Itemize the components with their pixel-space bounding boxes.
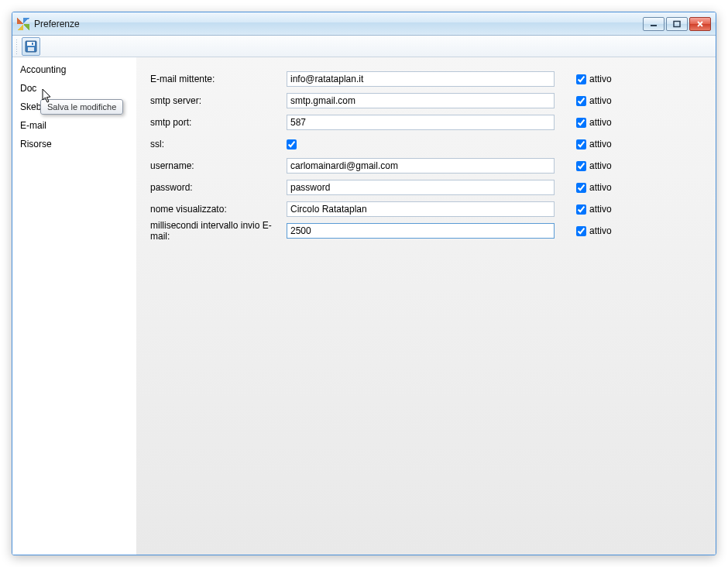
sidebar-item-accounting[interactable]: Accounting [12, 60, 136, 79]
form-label: ssl: [150, 139, 287, 149]
form-input[interactable] [287, 93, 555, 108]
form-input[interactable] [287, 201, 555, 217]
svg-rect-5 [32, 43, 33, 45]
app-icon [17, 18, 29, 30]
sidebar: Accounting Doc Skebby E-mail Risorse [12, 57, 136, 555]
save-icon [25, 40, 37, 53]
attivo-checkbox[interactable] [576, 161, 586, 171]
form-row: password:attivo [150, 177, 702, 198]
attivo-label: attivo [589, 117, 612, 128]
attivo-checkbox-wrapper[interactable]: attivo [576, 160, 612, 171]
form-label: username: [150, 160, 287, 171]
attivo-checkbox-wrapper[interactable]: attivo [576, 139, 612, 149]
svg-rect-4 [28, 47, 34, 51]
minimize-icon [649, 20, 658, 28]
form-row: ssl:attivo [150, 133, 702, 155]
attivo-checkbox[interactable] [576, 96, 586, 106]
form-input[interactable] [287, 180, 555, 195]
form-input[interactable] [287, 71, 555, 87]
attivo-label: attivo [589, 139, 612, 149]
attivo-checkbox-wrapper[interactable]: attivo [576, 182, 612, 193]
window-title: Preferenze [34, 19, 643, 29]
attivo-label: attivo [589, 74, 612, 84]
form-row: nome visualizzato:attivo [150, 198, 702, 220]
attivo-label: attivo [589, 95, 612, 106]
form-label: E-mail mittente: [150, 74, 287, 84]
form-label: smtp port: [150, 117, 287, 128]
form-label: password: [150, 182, 287, 193]
minimize-button[interactable] [643, 17, 664, 31]
body: Accounting Doc Skebby E-mail Risorse E-m… [12, 57, 716, 555]
attivo-checkbox[interactable] [576, 118, 586, 128]
attivo-checkbox-wrapper[interactable]: attivo [576, 225, 612, 236]
form-row: millisecondi intervallo invio E-mail:att… [150, 220, 702, 242]
svg-rect-3 [27, 42, 35, 46]
window-controls [643, 17, 711, 31]
form-row: smtp port:attivo [150, 112, 702, 133]
toolbar [12, 36, 716, 57]
form-input[interactable] [287, 223, 555, 239]
attivo-checkbox-wrapper[interactable]: attivo [576, 74, 612, 84]
attivo-checkbox-wrapper[interactable]: attivo [576, 204, 612, 215]
form-label: millisecondi intervallo invio E-mail: [150, 220, 287, 242]
sidebar-item-email[interactable]: E-mail [12, 116, 136, 135]
attivo-label: attivo [589, 204, 612, 215]
close-icon [695, 20, 705, 28]
attivo-label: attivo [589, 182, 612, 193]
attivo-checkbox[interactable] [576, 226, 586, 236]
maximize-icon [672, 20, 682, 28]
form-row: username:attivo [150, 155, 702, 177]
form-label: smtp server: [150, 95, 287, 106]
titlebar[interactable]: Preferenze [12, 12, 716, 36]
attivo-checkbox[interactable] [576, 74, 586, 84]
attivo-label: attivo [589, 160, 612, 171]
form-row: smtp server:attivo [150, 90, 702, 112]
svg-rect-0 [651, 25, 657, 26]
attivo-label: attivo [589, 225, 612, 236]
attivo-checkbox[interactable] [576, 183, 586, 193]
attivo-checkbox-wrapper[interactable]: attivo [576, 117, 612, 128]
attivo-checkbox-wrapper[interactable]: attivo [576, 95, 612, 106]
preferences-window: Preferenze Accounting Do [12, 12, 716, 555]
toolbar-grip [15, 39, 19, 54]
svg-rect-1 [674, 21, 680, 26]
save-tooltip: Salva le modifiche [40, 99, 123, 115]
form-input[interactable] [287, 115, 555, 130]
attivo-checkbox[interactable] [576, 139, 586, 149]
ssl-checkbox[interactable] [287, 139, 297, 149]
close-button[interactable] [689, 17, 711, 31]
sidebar-item-risorse[interactable]: Risorse [12, 135, 136, 153]
form-label: nome visualizzato: [150, 204, 287, 215]
main-panel: E-mail mittente:attivosmtp server:attivo… [136, 57, 716, 555]
save-button[interactable] [22, 37, 40, 56]
attivo-checkbox[interactable] [576, 204, 586, 215]
maximize-button[interactable] [666, 17, 688, 31]
sidebar-item-doc[interactable]: Doc [12, 79, 136, 98]
form-input[interactable] [287, 158, 555, 174]
form-row: E-mail mittente:attivo [150, 68, 702, 90]
